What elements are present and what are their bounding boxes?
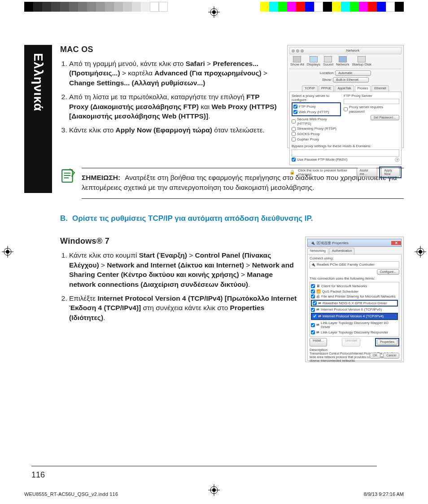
ftp-proxy-checkbox[interactable] <box>293 105 297 109</box>
language-tab: Ελληνικά <box>24 45 52 193</box>
macos-step-3: Κάντε κλικ στο Apply Now (Εφαρμογή τώρα)… <box>69 125 279 135</box>
apply-now-button[interactable]: Apply Now <box>381 168 400 177</box>
close-icon[interactable]: ✕ <box>391 241 401 245</box>
cancel-button[interactable]: Cancel <box>383 353 399 358</box>
macos-step-1: Από τη γραμμή μενού, κάντε κλικ στο Safa… <box>69 59 279 88</box>
win7-properties-screenshot: 🔌区域连接 Properties✕ NetworkingAuthenticati… <box>305 237 404 362</box>
install-button[interactable]: Install… <box>310 338 327 346</box>
assist-me-button[interactable]: Assist me… <box>357 168 378 177</box>
slug-left: WEU8555_RT-AC56U_QSG_v2.indd 116 <box>24 491 118 497</box>
footer-rule <box>31 466 377 466</box>
page-number: 116 <box>31 470 45 480</box>
color-strip-left <box>24 2 168 12</box>
color-strip-right <box>260 2 404 12</box>
slug-right: 8/9/13 9:27:16 AM <box>364 491 404 497</box>
win7-heading: Windows® 7 <box>60 237 297 246</box>
section-b-heading: B. Ορίστε τις ρυθμίσεις TCP/IP για αυτόμ… <box>60 214 404 223</box>
win7-step-1: Κάντε κλικ στο κουμπί Start (Έναρξη) > C… <box>69 250 297 289</box>
set-password-button[interactable]: Set Password… <box>371 115 399 120</box>
macos-heading: MAC OS <box>60 45 279 54</box>
registration-mark-icon <box>208 484 220 496</box>
web-proxy-checkbox[interactable] <box>293 110 297 114</box>
uninstall-button: Uninstall <box>342 338 360 346</box>
win7-step-2: Επιλέξτε Internet Protocol Version 4 (TC… <box>69 294 297 322</box>
macos-network-screenshot: Network Show All Displays Sound Network … <box>287 45 404 148</box>
lock-icon[interactable]: 🔒 <box>289 170 295 175</box>
registration-mark-icon <box>208 6 220 18</box>
macos-step-2: Από τη λίστα με τα πρωτόκολλα, καταργήστ… <box>69 92 279 121</box>
ipv4-checkbox[interactable] <box>313 314 317 318</box>
configure-button[interactable]: Configure... <box>377 269 399 275</box>
properties-button[interactable]: Properties <box>377 339 397 345</box>
registration-mark-icon <box>415 246 426 258</box>
registration-mark-icon <box>2 246 13 258</box>
note-icon <box>60 168 75 185</box>
ok-button[interactable]: OK <box>370 353 380 358</box>
